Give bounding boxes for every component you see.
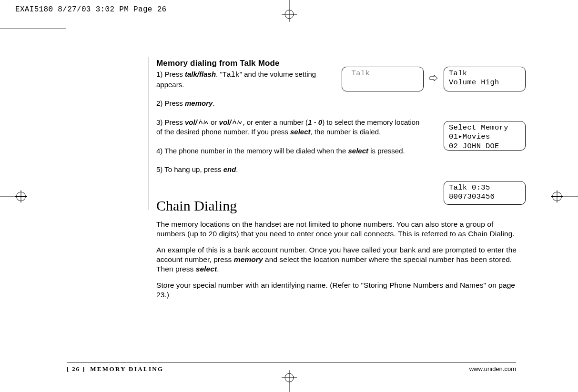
- print-slug: EXAI5180 8/27/03 3:02 PM Page 26: [15, 5, 167, 15]
- text: 2) Press: [156, 99, 185, 107]
- content: Memory dialing from Talk Mode 1) Press t…: [156, 58, 528, 307]
- text: 3) Press: [156, 118, 185, 126]
- button-label-memory: memory: [185, 99, 213, 107]
- registration-mark-top: [280, 0, 299, 22]
- text: .: [213, 99, 214, 107]
- registration-mark-bottom: [280, 370, 299, 392]
- text: 4) The phone number in the memory will b…: [156, 147, 348, 155]
- text: , or enter a number (: [243, 118, 308, 126]
- button-label-vol-down: vol/: [219, 118, 232, 126]
- step-2: 2) Press memory.: [156, 99, 528, 108]
- step-1: 1) Press talk/flash. "Talk" and the volu…: [156, 70, 328, 89]
- footer-left: [ 26 ] MEMORY DIALING: [67, 365, 163, 373]
- footer-url: www.uniden.com: [469, 365, 516, 373]
- step-5: 5) To hang up, press end.: [156, 165, 528, 174]
- button-label-memory: memory: [234, 255, 263, 263]
- trim-mark-v: [66, 0, 66, 29]
- svg-point-5: [285, 373, 294, 382]
- page-number: [ 26 ]: [67, 365, 85, 372]
- svg-point-2: [285, 10, 294, 19]
- text: -: [312, 118, 318, 126]
- paragraph: The memory locations on the handset are …: [156, 220, 523, 239]
- text: 1) Press: [156, 70, 185, 78]
- text: 0: [318, 118, 322, 126]
- subheading-memory-dialing: Memory dialing from Talk Mode: [156, 58, 528, 69]
- paragraph: An example of this is a bank account num…: [156, 245, 523, 274]
- body-rule: [149, 57, 149, 210]
- trim-mark-h: [0, 29, 66, 29]
- registration-mark-left: [0, 191, 26, 201]
- text: .: [236, 165, 238, 173]
- text: or: [209, 118, 219, 126]
- button-label-select: select: [290, 128, 311, 136]
- text: .: [217, 265, 219, 273]
- ringer-up-icon: /: [197, 118, 209, 128]
- lcd-inline: Talk: [223, 71, 240, 79]
- button-label-vol-up: vol/: [185, 118, 197, 126]
- heading-chain-dialing: Chain Dialing: [156, 196, 528, 215]
- page: EXAI5180 8/27/03 3:02 PM Page 26 Talk: [0, 0, 578, 392]
- text: , the number is dialed.: [311, 128, 381, 136]
- ringer-down-icon: /: [231, 118, 243, 128]
- button-label-end: end: [223, 165, 236, 173]
- step-4: 4) The phone number in the memory will b…: [156, 146, 423, 156]
- registration-mark-right: [552, 191, 578, 201]
- text: . ": [216, 70, 223, 78]
- button-label-select: select: [196, 265, 217, 273]
- svg-text:/: /: [237, 120, 239, 125]
- step-3: 3) Press vol// or vol//, or enter a numb…: [156, 118, 423, 137]
- text: is pressed.: [368, 147, 405, 155]
- button-label-select: select: [348, 147, 368, 155]
- button-label-talkflash: talk/flash: [185, 70, 216, 78]
- paragraph: Store your special number with an identi…: [156, 281, 523, 300]
- footer-section: MEMORY DIALING: [90, 365, 163, 372]
- page-footer: [ 26 ] MEMORY DIALING www.uniden.com: [67, 362, 516, 373]
- text: 5) To hang up, press: [156, 165, 223, 173]
- svg-text:/: /: [203, 120, 205, 125]
